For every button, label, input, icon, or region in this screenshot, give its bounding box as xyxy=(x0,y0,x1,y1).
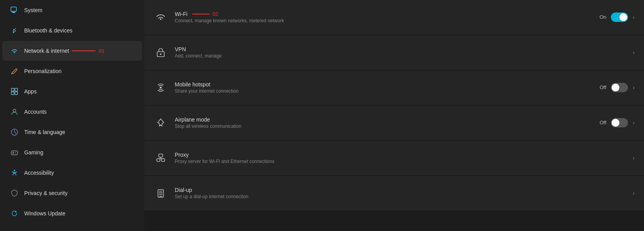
airplane-icon xyxy=(154,116,168,130)
privacy-icon xyxy=(10,189,19,197)
vpn-title: VPN xyxy=(175,46,626,52)
settings-item-wifi[interactable]: Wi-Fi02Connect, manage known networks, m… xyxy=(144,0,644,34)
proxy-icon xyxy=(154,151,168,165)
sidebar-item-accessibility[interactable]: Accessibility xyxy=(2,163,142,183)
time-icon xyxy=(10,128,19,136)
wifi-desc: Connect, manage known networks, metered … xyxy=(175,18,593,23)
dialup-icon xyxy=(154,186,168,200)
apps-label: Apps xyxy=(24,88,37,95)
main-content: Wi-Fi02Connect, manage known networks, m… xyxy=(144,0,644,231)
wifi-title: Wi-Fi02 xyxy=(175,11,593,17)
update-icon xyxy=(10,209,19,218)
svg-rect-3 xyxy=(11,88,14,91)
sidebar-item-personalization[interactable]: Personalization xyxy=(2,61,142,81)
proxy-desc: Proxy server for Wi-Fi and Ethernet conn… xyxy=(175,159,626,164)
vpn-desc: Add, connect, manage xyxy=(175,53,626,59)
dialup-chevron: › xyxy=(633,190,635,196)
svg-point-16 xyxy=(160,86,162,88)
system-icon xyxy=(10,6,19,14)
vpn-chevron: › xyxy=(633,49,635,56)
wifi-annotation-line xyxy=(192,14,209,14)
settings-item-dialup[interactable]: Dial-upSet up a dial-up internet connect… xyxy=(144,176,644,210)
sidebar-item-network[interactable]: Network & internet01 xyxy=(2,41,142,61)
update-label: Windows Update xyxy=(24,210,66,217)
gaming-label: Gaming xyxy=(24,149,43,156)
svg-rect-17 xyxy=(159,154,163,157)
svg-rect-4 xyxy=(15,88,18,91)
network-annotation-number: 01 xyxy=(99,48,104,54)
hotspot-chevron: › xyxy=(633,84,635,91)
svg-point-25 xyxy=(159,192,160,193)
svg-point-29 xyxy=(160,193,161,194)
dialup-desc: Set up a dial-up internet connection xyxy=(175,194,626,199)
vpn-icon xyxy=(154,45,168,59)
network-label: Network & internet xyxy=(24,48,69,54)
hotspot-toggle-label: Off xyxy=(600,84,606,90)
personalization-label: Personalization xyxy=(24,68,62,74)
svg-rect-6 xyxy=(15,92,18,95)
wifi-toggle[interactable] xyxy=(611,13,628,22)
settings-item-hotspot[interactable]: Mobile hotspotShare your internet connec… xyxy=(144,70,644,105)
sidebar: SystemBluetooth & devicesNetwork & inter… xyxy=(0,0,144,231)
wifi-annotation-number: 02 xyxy=(213,11,218,17)
bluetooth-label: Bluetooth & devices xyxy=(24,27,73,34)
sidebar-item-bluetooth[interactable]: Bluetooth & devices xyxy=(2,21,142,40)
hotspot-icon xyxy=(154,81,168,95)
svg-point-7 xyxy=(13,109,16,112)
dialup-title: Dial-up xyxy=(175,187,626,193)
svg-rect-19 xyxy=(157,159,160,161)
svg-point-27 xyxy=(161,192,162,193)
gaming-icon xyxy=(10,148,19,157)
time-label: Time & language xyxy=(24,129,65,135)
hotspot-title: Mobile hotspot xyxy=(175,81,593,88)
svg-point-12 xyxy=(15,152,16,153)
svg-point-28 xyxy=(159,193,160,194)
airplane-title: Airplane mode xyxy=(175,116,593,123)
wifi-chevron: › xyxy=(633,14,635,20)
hotspot-desc: Share your internet connection xyxy=(175,88,593,94)
svg-point-15 xyxy=(160,53,161,55)
accounts-icon xyxy=(10,107,19,116)
wifi-toggle-label: On xyxy=(600,14,606,20)
svg-point-30 xyxy=(161,193,162,194)
sidebar-item-system[interactable]: System xyxy=(2,0,142,20)
accounts-label: Accounts xyxy=(24,109,47,115)
svg-point-26 xyxy=(160,192,161,193)
svg-rect-0 xyxy=(11,7,16,11)
airplane-desc: Stop all wireless communication xyxy=(175,124,593,129)
proxy-chevron: › xyxy=(633,155,635,161)
settings-item-proxy[interactable]: ProxyProxy server for Wi-Fi and Ethernet… xyxy=(144,141,644,175)
apps-icon xyxy=(10,87,19,96)
network-annotation-line xyxy=(72,50,96,51)
bluetooth-icon xyxy=(10,26,19,35)
accessibility-icon xyxy=(10,168,19,177)
sidebar-item-privacy[interactable]: Privacy & security xyxy=(2,183,142,203)
sidebar-item-accounts[interactable]: Accounts xyxy=(2,102,142,122)
privacy-label: Privacy & security xyxy=(24,190,67,196)
svg-rect-20 xyxy=(161,159,165,161)
hotspot-toggle[interactable] xyxy=(611,83,628,92)
personalization-icon xyxy=(10,67,19,75)
sidebar-item-gaming[interactable]: Gaming xyxy=(2,143,142,162)
sidebar-item-apps[interactable]: Apps xyxy=(2,82,142,101)
svg-point-13 xyxy=(14,170,15,171)
wifi-icon xyxy=(154,10,168,24)
system-label: System xyxy=(24,7,43,13)
settings-item-vpn[interactable]: VPNAdd, connect, manage› xyxy=(144,35,644,70)
accessibility-label: Accessibility xyxy=(24,170,54,176)
network-icon xyxy=(10,47,19,55)
proxy-title: Proxy xyxy=(175,152,626,158)
airplane-toggle-label: Off xyxy=(600,120,606,125)
airplane-toggle[interactable] xyxy=(611,118,628,127)
settings-item-airplane[interactable]: Airplane modeStop all wireless communica… xyxy=(144,106,644,140)
svg-rect-5 xyxy=(11,92,14,95)
sidebar-item-time[interactable]: Time & language xyxy=(2,122,142,142)
airplane-chevron: › xyxy=(633,120,635,126)
sidebar-item-update[interactable]: Windows Update xyxy=(2,204,142,223)
